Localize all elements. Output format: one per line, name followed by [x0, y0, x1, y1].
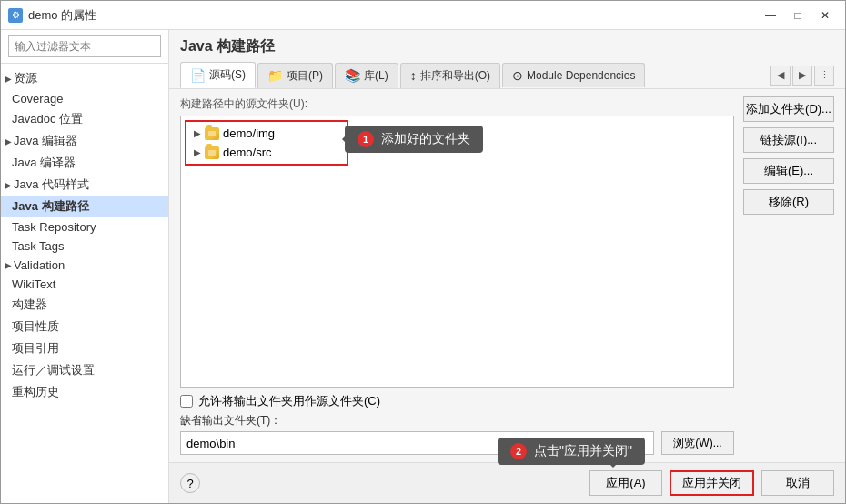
- sidebar-list: ▶ 资源 Coverage Javadoc 位置 ▶ Java 编辑器 Java…: [1, 64, 168, 503]
- apply-button[interactable]: 应用(A): [589, 470, 662, 496]
- cancel-button[interactable]: 取消: [761, 470, 834, 496]
- close-button[interactable]: ✕: [812, 5, 838, 25]
- section-label: 构建路径中的源文件夹(U):: [180, 96, 734, 112]
- main-window: ⚙ demo 的属性 — □ ✕ ▶ 资源 Coverage: [0, 0, 846, 504]
- sidebar-item-project-refs[interactable]: 项目引用: [1, 338, 168, 359]
- tab-source-icon: 📄: [190, 68, 206, 83]
- content-area: ▶ 资源 Coverage Javadoc 位置 ▶ Java 编辑器 Java…: [1, 30, 845, 503]
- title-bar: ⚙ demo 的属性 — □ ✕: [1, 1, 845, 30]
- tab-projects[interactable]: 📁 项目(P): [257, 63, 333, 88]
- sidebar-item-label: 项目引用: [12, 341, 59, 355]
- sidebar: ▶ 资源 Coverage Javadoc 位置 ▶ Java 编辑器 Java…: [1, 30, 169, 503]
- sidebar-item-javadoc[interactable]: Javadoc 位置: [1, 108, 168, 130]
- sidebar-item-run-debug[interactable]: 运行／调试设置: [1, 359, 168, 381]
- highlight-box: ▶ demo/img ▶ demo/src: [185, 120, 348, 166]
- sidebar-item-label: 重构历史: [12, 385, 59, 398]
- checkbox-label: 允许将输出文件夹用作源文件夹(C): [198, 393, 380, 409]
- tab-module-label: Module Dependencies: [527, 69, 635, 82]
- main-panel: Java 构建路径 📄 源码(S) 📁 项目(P) 📚 库(L): [169, 30, 845, 503]
- tooltip-added-folder: 1 添加好的文件夹: [345, 126, 483, 153]
- main-title: Java 构建路径: [180, 37, 834, 56]
- arrow-icon: ▶: [5, 180, 12, 190]
- sidebar-item-validation[interactable]: ▶ Validation: [1, 256, 168, 275]
- sidebar-item-task-tags[interactable]: Task Tags: [1, 237, 168, 256]
- sidebar-item-task-repository[interactable]: Task Repository: [1, 217, 168, 237]
- source-item-src[interactable]: ▶ demo/src: [188, 143, 345, 162]
- sidebar-item-label: Java 构建路径: [12, 199, 89, 213]
- tab-module-icon: ⊙: [512, 68, 523, 83]
- main-header: Java 构建路径 📄 源码(S) 📁 项目(P) 📚 库(L): [169, 30, 845, 89]
- arrow-icon: ▶: [5, 74, 12, 84]
- nav-back-button[interactable]: ◀: [770, 66, 791, 86]
- sidebar-item-label: Coverage: [12, 92, 63, 106]
- nav-forward-button[interactable]: ▶: [792, 66, 812, 86]
- sidebar-item-label: 构建器: [12, 297, 47, 311]
- apply-close-tooltip: 2 点击"应用并关闭": [498, 438, 645, 465]
- minimize-button[interactable]: —: [758, 5, 783, 25]
- nav-controls: ◀ ▶ ⋮: [770, 66, 834, 86]
- source-and-buttons: 构建路径中的源文件夹(U): ▶ demo/img ▶: [180, 96, 834, 455]
- source-panel: 构建路径中的源文件夹(U): ▶ demo/img ▶: [180, 96, 734, 455]
- sidebar-item-label: 运行／调试设置: [12, 363, 95, 377]
- sidebar-item-label: 项目性质: [12, 319, 59, 333]
- folder-icon: [205, 127, 219, 140]
- tab-libraries[interactable]: 📚 库(L): [335, 63, 398, 88]
- maximize-button[interactable]: □: [785, 5, 811, 25]
- title-bar-controls: — □ ✕: [758, 5, 838, 25]
- source-expand-icon: ▶: [194, 147, 201, 157]
- tab-module-deps[interactable]: ⊙ Module Dependencies: [502, 63, 645, 87]
- sidebar-item-label: Task Repository: [12, 220, 96, 234]
- remove-button[interactable]: 移除(R): [743, 189, 834, 215]
- tab-source-label: 源码(S): [209, 67, 246, 83]
- tab-order-icon: ↕: [410, 68, 417, 83]
- sidebar-item-label: Java 编辑器: [14, 133, 77, 149]
- nav-menu-button[interactable]: ⋮: [814, 66, 834, 86]
- badge-1: 1: [358, 131, 374, 147]
- sidebar-item-java-compiler[interactable]: Java 编译器: [1, 152, 168, 174]
- sidebar-item-java-code-style[interactable]: ▶ Java 代码样式: [1, 174, 168, 196]
- sidebar-item-label: Java 编译器: [12, 156, 76, 169]
- source-item-img[interactable]: ▶ demo/img: [188, 124, 345, 143]
- sidebar-item-java-build-path[interactable]: Java 构建路径: [1, 196, 168, 217]
- sidebar-item-label: Task Tags: [12, 239, 65, 253]
- sidebar-item-wikitext[interactable]: WikiText: [1, 275, 168, 294]
- footer-bar: 2 点击"应用并关闭" ? 应用(A) 应用并关闭 取消: [169, 462, 845, 503]
- source-list-container: ▶ demo/img ▶ demo/src: [180, 116, 734, 388]
- main-body: 构建路径中的源文件夹(U): ▶ demo/img ▶: [169, 89, 845, 462]
- sidebar-item-coverage[interactable]: Coverage: [1, 89, 168, 108]
- output-row: 浏览(W)...: [180, 431, 734, 455]
- link-source-button[interactable]: 链接源(I)...: [743, 127, 834, 153]
- tab-library-icon: 📚: [345, 68, 360, 83]
- tab-order-export[interactable]: ↕ 排序和导出(O): [400, 63, 500, 88]
- apply-close-button[interactable]: 应用并关闭: [670, 470, 754, 496]
- right-buttons: 添加文件夹(D)... 链接源(I)... 编辑(E)... 移除(R): [734, 96, 834, 455]
- tab-sources[interactable]: 📄 源码(S): [180, 62, 256, 88]
- arrow-icon: ▶: [5, 136, 12, 146]
- sidebar-item-refactor-history[interactable]: 重构历史: [1, 381, 168, 403]
- tab-order-label: 排序和导出(O): [420, 68, 490, 84]
- browse-button[interactable]: 浏览(W)...: [661, 431, 734, 455]
- folder-icon: [205, 146, 219, 159]
- source-item-label: demo/src: [223, 146, 271, 159]
- allow-output-checkbox[interactable]: [180, 395, 193, 408]
- tab-library-label: 库(L): [364, 68, 388, 84]
- sidebar-item-resources[interactable]: ▶ 资源: [1, 67, 168, 89]
- title-bar-left: ⚙ demo 的属性: [8, 7, 96, 24]
- window-title: demo 的属性: [28, 7, 96, 24]
- tab-project-icon: 📁: [267, 68, 283, 83]
- checkbox-row: 允许将输出文件夹用作源文件夹(C): [180, 393, 734, 409]
- sidebar-filter-input[interactable]: [8, 35, 161, 57]
- window-icon: ⚙: [8, 8, 23, 23]
- sidebar-item-project-nature[interactable]: 项目性质: [1, 316, 168, 338]
- tabs-row: 📄 源码(S) 📁 项目(P) 📚 库(L) ↕ 排序和导出(O): [180, 62, 834, 88]
- help-button[interactable]: ?: [180, 473, 200, 493]
- output-label: 缺省输出文件夹(T)：: [180, 413, 734, 428]
- sidebar-item-label: WikiText: [12, 277, 55, 291]
- bottom-section: 允许将输出文件夹用作源文件夹(C) 缺省输出文件夹(T)： 浏览(W)...: [180, 393, 734, 455]
- source-expand-icon: ▶: [194, 128, 201, 138]
- edit-button[interactable]: 编辑(E)...: [743, 158, 834, 184]
- add-folder-button[interactable]: 添加文件夹(D)...: [743, 96, 834, 122]
- sidebar-item-builders[interactable]: 构建器: [1, 294, 168, 316]
- sidebar-item-java-editor[interactable]: ▶ Java 编辑器: [1, 130, 168, 152]
- tab-project-label: 项目(P): [287, 68, 323, 84]
